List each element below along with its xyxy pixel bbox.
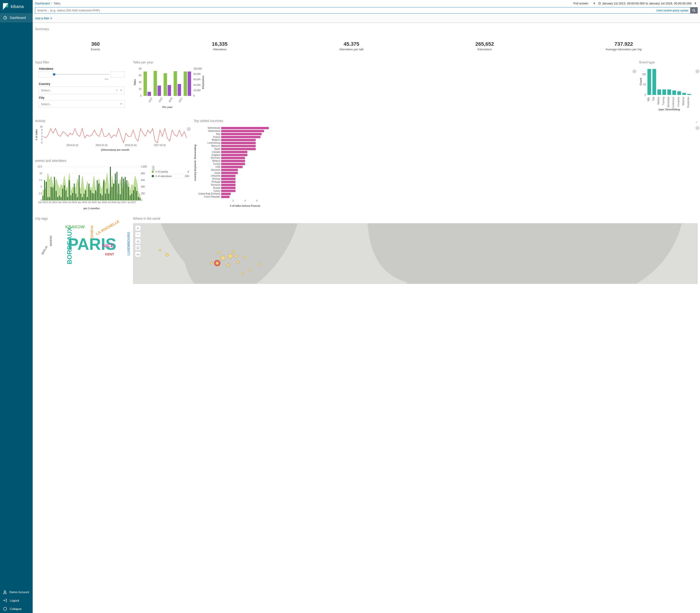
cloud-word[interactable]: NICE — [103, 243, 114, 248]
city-tags-cloud[interactable]: PARISBORDEAUXKRAKOWGENEVALA ROCHELLENICE… — [35, 223, 128, 256]
svg-rect-173 — [221, 151, 247, 153]
country-select[interactable]: Select...× — [39, 87, 125, 94]
svg-text:@timestamp per month: @timestamp per month — [101, 148, 130, 151]
map-marker[interactable] — [242, 272, 244, 275]
lucene-hint-link[interactable]: Uses lucene query syntax — [656, 9, 688, 12]
svg-rect-195 — [221, 184, 235, 186]
event-type-chart[interactable]: ‹ 050100BBLTalkMeetupTrainingWorkshopCon… — [639, 67, 698, 112]
nav-account[interactable]: Demo Account With e — [0, 588, 33, 596]
time-prev-button[interactable] — [592, 1, 597, 5]
chevron-left-icon — [593, 2, 595, 4]
svg-rect-20 — [184, 71, 187, 96]
events-attendees-title: events and attendees — [35, 159, 189, 162]
nav-collapse-label: Collapse — [10, 607, 22, 611]
events-attendees-chart[interactable]: 02.557.51012.502004006008001,000Jan 2013… — [35, 165, 189, 210]
time-range-picker[interactable]: January 1st 2013, 00:00:00.000 to Januar… — [598, 2, 691, 5]
svg-rect-116 — [92, 193, 93, 200]
map-marker[interactable] — [216, 261, 219, 265]
clear-icon[interactable]: × — [116, 88, 118, 92]
search-input[interactable] — [35, 7, 690, 14]
top-countries-title: Top visited countries — [194, 119, 696, 123]
map-zoom-out[interactable]: − — [135, 232, 141, 237]
svg-text:2: 2 — [232, 199, 234, 202]
svg-rect-109 — [80, 194, 81, 200]
svg-text:BBL: BBL — [647, 97, 650, 101]
cloud-word[interactable]: GENEVA — [90, 225, 94, 239]
time-next-button[interactable] — [693, 1, 698, 5]
svg-rect-163 — [221, 136, 260, 138]
cloud-word[interactable]: GENT — [105, 252, 114, 256]
svg-text:0: 0 — [645, 93, 646, 96]
chart-nav-left-icon[interactable]: ‹ — [695, 69, 700, 74]
attendees-slider-handle[interactable] — [53, 73, 55, 76]
map-marker[interactable] — [166, 253, 169, 257]
map-marker[interactable] — [159, 249, 161, 251]
svg-rect-103 — [70, 195, 72, 200]
chart-nav-left-icon[interactable]: ‹ — [632, 69, 636, 74]
fullscreen-button[interactable]: Full screen — [573, 2, 588, 5]
map-marker[interactable] — [234, 255, 237, 258]
svg-rect-87 — [44, 180, 45, 200]
cloud-word[interactable]: BORDEAUX — [66, 227, 73, 264]
top-countries-chart[interactable]: ‹ NetherlandsSwitzerlandItalyPolandBelgi… — [194, 126, 698, 208]
svg-rect-133 — [120, 194, 121, 200]
map-marker[interactable] — [258, 263, 260, 265]
map-zoom-in[interactable]: + — [135, 225, 141, 231]
svg-text:Denmark: Denmark — [211, 169, 220, 171]
map-marker[interactable] — [210, 262, 212, 264]
add-filter-button[interactable]: Add a filter + — [35, 16, 52, 20]
filter-bar: Add a filter + — [33, 15, 700, 23]
attendees-max-input[interactable] — [111, 71, 125, 77]
brand-logo[interactable]: kibana — [0, 0, 33, 13]
map-fit[interactable]: ◇ — [135, 238, 141, 244]
expand-icon[interactable]: ⤢ — [696, 121, 698, 124]
breadcrumb-root[interactable]: Dashboard — [35, 2, 50, 5]
svg-rect-123 — [103, 180, 104, 200]
cloud-word[interactable]: ANVERS — [50, 236, 52, 246]
city-select[interactable]: Select... — [39, 100, 125, 108]
breadcrumb-current: Talks — [53, 2, 61, 5]
map-shape[interactable]: ⬠ — [135, 245, 141, 250]
map-marker[interactable] — [227, 263, 230, 266]
svg-rect-89 — [47, 197, 48, 200]
chart-nav-left-icon[interactable]: ‹ — [187, 127, 191, 131]
svg-text:80,000: 80,000 — [193, 73, 201, 75]
nav-collapse[interactable]: Collapse — [0, 604, 33, 613]
svg-rect-124 — [105, 194, 106, 200]
chart-nav-left-icon[interactable]: ‹ — [695, 126, 700, 130]
svg-rect-107 — [77, 197, 78, 200]
svg-rect-21 — [147, 92, 151, 96]
map-marker[interactable] — [244, 256, 246, 259]
svg-text:100: 100 — [642, 73, 646, 76]
map-marker[interactable] — [218, 251, 220, 254]
attendees-slider[interactable] — [54, 74, 109, 75]
talks-per-year-chart[interactable]: ‹ 020406080020,00040,00060,00080,000100,… — [133, 67, 635, 109]
svg-text:2015: 2015 — [158, 97, 163, 103]
nav-logout[interactable]: Logout — [0, 596, 33, 604]
chart-nav-up-icon[interactable]: ˄ — [152, 168, 155, 171]
svg-point-1 — [4, 591, 5, 592]
legend-attendees[interactable]: # of attendees230 — [152, 174, 189, 179]
map-marker[interactable] — [228, 254, 232, 259]
summary-metrics: 360Events 16,335Attendees 45.375Attendee… — [35, 34, 698, 61]
map-marker[interactable] — [237, 261, 239, 263]
svg-rect-113 — [87, 197, 88, 200]
cloud-word[interactable]: LUXEMBOURG — [127, 232, 130, 256]
svg-text:Jan 2013: Jan 2013 — [38, 201, 48, 204]
map-marker[interactable] — [221, 256, 225, 260]
world-map[interactable]: + − ◇ ⬠ ▭ — [133, 223, 698, 284]
svg-rect-95 — [57, 197, 58, 200]
search-button[interactable] — [690, 7, 698, 14]
cloud-word[interactable]: LA ROCHELLE — [95, 219, 120, 236]
cloud-word[interactable]: KRAKOW — [65, 225, 85, 230]
map-marker[interactable] — [232, 250, 235, 253]
svg-text:Webinar: Webinar — [682, 96, 685, 105]
cloud-word[interactable]: BERLIN — [41, 245, 48, 255]
attendees-min-input[interactable] — [39, 71, 53, 77]
nav-dashboard[interactable]: Dashboard — [0, 13, 33, 22]
legend-events[interactable]: # of events5 — [152, 170, 189, 174]
attendees-field-label: Attendees — [39, 67, 125, 70]
map-marker[interactable] — [249, 269, 251, 271]
map-rect[interactable]: ▭ — [135, 251, 141, 257]
activity-chart[interactable]: 02468102014-01-012015-01-012016-01-01201… — [35, 126, 189, 152]
